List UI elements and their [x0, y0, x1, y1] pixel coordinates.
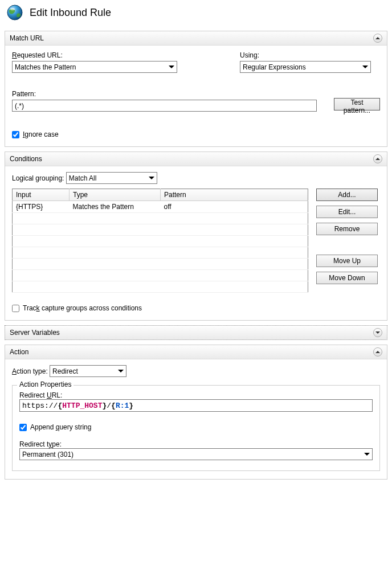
add-button[interactable]: Add...	[316, 189, 378, 201]
server-variables-header: Server Variables	[5, 326, 387, 339]
pattern-label: Pattern:	[12, 90, 317, 98]
action-title: Action	[10, 348, 28, 356]
requested-url-select[interactable]: Matches the Pattern	[12, 61, 177, 73]
using-label: Using:	[240, 51, 371, 59]
table-row[interactable]	[13, 281, 308, 293]
ignore-case-checkbox[interactable]	[12, 131, 19, 138]
col-pattern[interactable]: Pattern	[161, 189, 308, 201]
table-row[interactable]	[13, 247, 308, 259]
action-panel: Action Action type: Redirect Action Prop…	[5, 345, 387, 480]
redirect-url-label: Redirect URL:	[19, 391, 62, 399]
move-up-button[interactable]: Move Up	[316, 255, 378, 267]
action-properties-legend: Action Properties	[17, 380, 74, 388]
collapse-button[interactable]	[373, 34, 382, 43]
using-select[interactable]: Regular Expressions	[240, 61, 371, 73]
logical-grouping-select[interactable]: Match All	[66, 172, 157, 184]
append-query-string-label: Append query string	[30, 423, 91, 431]
redirect-type-label: Redirect type:	[19, 440, 62, 448]
col-type[interactable]: Type	[70, 189, 161, 201]
table-row[interactable]	[13, 224, 308, 236]
match-url-panel: Match URL Requested URL: Matches the Pat…	[5, 31, 387, 147]
append-query-string-checkbox[interactable]	[19, 424, 27, 431]
logical-grouping-label: Logical grouping:	[12, 174, 64, 182]
page-header: Edit Inbound Rule	[0, 0, 392, 27]
edit-button[interactable]: Edit...	[316, 206, 378, 218]
conditions-title: Conditions	[10, 155, 42, 163]
ignore-case-label: Ignore case	[23, 130, 59, 138]
redirect-url-input[interactable]: https://{HTTP_HOST}/{R:1}	[19, 399, 373, 412]
conditions-panel: Conditions Logical grouping: Match All I…	[5, 151, 387, 321]
collapse-button[interactable]	[373, 154, 382, 163]
pattern-input[interactable]	[12, 100, 317, 112]
collapse-button[interactable]	[373, 347, 382, 357]
requested-url-label: Requested URL:	[12, 51, 177, 59]
redirect-type-select[interactable]: Permanent (301)	[19, 448, 373, 460]
col-input[interactable]: Input	[13, 189, 70, 201]
server-variables-panel: Server Variables	[5, 325, 387, 340]
table-row[interactable]	[13, 213, 308, 224]
track-capture-checkbox[interactable]	[12, 305, 19, 312]
action-header: Action	[5, 345, 387, 359]
action-type-select[interactable]: Redirect	[50, 365, 126, 377]
server-variables-title: Server Variables	[10, 329, 60, 337]
remove-button[interactable]: Remove	[316, 223, 378, 235]
match-url-header: Match URL	[5, 31, 387, 46]
action-type-label: Action type:	[12, 367, 48, 375]
track-capture-label: Track capture groups across conditions	[23, 304, 142, 312]
action-properties-fieldset: Action Properties Redirect URL: https://…	[12, 385, 380, 471]
move-down-button[interactable]: Move Down	[316, 272, 378, 284]
conditions-header: Conditions	[5, 152, 387, 166]
match-url-title: Match URL	[10, 34, 44, 42]
table-row[interactable]	[13, 236, 308, 247]
test-pattern-button[interactable]: Test pattern...	[334, 98, 380, 110]
expand-button[interactable]	[373, 328, 382, 337]
globe-icon	[6, 3, 24, 22]
table-row[interactable]: {HTTPS} Matches the Pattern off	[13, 201, 308, 213]
conditions-table[interactable]: Input Type Pattern {HTTPS} Matches the P…	[12, 189, 308, 293]
svg-point-1	[10, 8, 15, 10]
table-row[interactable]	[13, 270, 308, 281]
page-title: Edit Inbound Rule	[30, 7, 111, 19]
table-row[interactable]	[13, 259, 308, 270]
